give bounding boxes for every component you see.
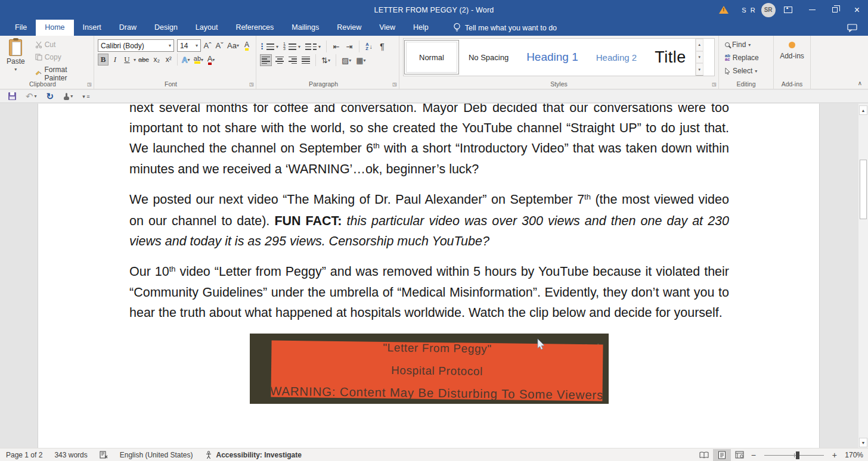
undo-button[interactable]: ↶▾: [22, 91, 41, 102]
vertical-scrollbar[interactable]: ▲ ▼: [858, 104, 868, 448]
bullets-button[interactable]: •••▾: [260, 41, 280, 52]
decrease-indent-button[interactable]: ⇤: [331, 41, 342, 52]
touch-mouse-mode-button[interactable]: ▾: [60, 93, 76, 100]
italic-button[interactable]: I: [110, 54, 120, 66]
shading-button[interactable]: ▨▾: [340, 54, 352, 66]
align-left-button[interactable]: [260, 54, 272, 66]
style-no-spacing[interactable]: No Spacing: [460, 40, 517, 74]
paragraph-dialog-launcher[interactable]: [391, 82, 397, 88]
styles-dialog-launcher[interactable]: [711, 82, 717, 88]
paragraph-2[interactable]: We posted our next video “The Making of …: [129, 190, 729, 251]
styles-scroll-down-button[interactable]: ▼: [696, 51, 703, 64]
find-button[interactable]: Find▾: [723, 39, 770, 50]
close-button[interactable]: ×: [846, 0, 868, 20]
customize-qat-button[interactable]: ▾ ≡: [79, 94, 93, 99]
paste-button[interactable]: Paste ▾: [4, 38, 28, 79]
change-case-button[interactable]: Aa▾: [226, 40, 240, 52]
zoom-slider-thumb[interactable]: [796, 451, 799, 459]
avatar[interactable]: SR: [761, 3, 776, 17]
justify-button[interactable]: [300, 54, 311, 66]
zoom-slider[interactable]: [764, 449, 824, 461]
styles-scroll-up-button[interactable]: ▲: [696, 39, 703, 51]
clipboard-dialog-launcher[interactable]: [86, 82, 92, 88]
separator: [315, 54, 316, 66]
subscript-button[interactable]: x₂: [151, 54, 162, 66]
scroll-down-button[interactable]: ▼: [859, 438, 867, 447]
page-indicator[interactable]: Page 1 of 2: [0, 451, 48, 459]
redo-button[interactable]: ↻: [43, 91, 58, 102]
bold-button[interactable]: B: [98, 54, 108, 66]
print-layout-button[interactable]: [713, 449, 731, 461]
scroll-up-button[interactable]: ▲: [859, 105, 867, 115]
replace-button[interactable]: abacReplace: [723, 52, 770, 63]
paragraph-3[interactable]: Our 10th video “Letter from Peggy” and w…: [129, 262, 729, 323]
tab-insert[interactable]: Insert: [74, 20, 110, 36]
borders-button[interactable]: ▦▾: [355, 54, 367, 66]
tab-help[interactable]: Help: [404, 20, 438, 36]
increase-indent-button[interactable]: ⇥: [344, 41, 355, 52]
accessibility-status[interactable]: Accessibility: Investigate: [199, 451, 308, 459]
minimize-button[interactable]: [801, 0, 824, 20]
tab-view[interactable]: View: [370, 20, 404, 36]
tab-draw[interactable]: Draw: [110, 20, 145, 36]
tab-file[interactable]: File: [6, 20, 36, 36]
align-right-button[interactable]: [287, 54, 298, 66]
font-dialog-launcher[interactable]: [248, 82, 254, 88]
style-title[interactable]: Title: [646, 40, 695, 74]
borders-icon: ▦: [356, 56, 363, 65]
tab-references[interactable]: References: [227, 20, 283, 36]
shrink-font-button[interactable]: Aˇ: [214, 40, 225, 52]
embedded-video-image[interactable]: － ◦ "Letter From Peggy" Hospital Protoco…: [250, 334, 609, 404]
add-ins-button[interactable]: Add-ins: [777, 38, 807, 60]
zoom-level[interactable]: 170%: [839, 451, 863, 459]
web-layout-button[interactable]: [731, 449, 749, 461]
tab-review[interactable]: Review: [328, 20, 370, 36]
zoom-in-button[interactable]: +: [830, 450, 839, 460]
font-color-button[interactable]: A▾: [206, 54, 216, 66]
cut-button[interactable]: Cut: [33, 39, 90, 50]
scrollbar-thumb[interactable]: [860, 160, 867, 219]
underline-button[interactable]: U: [122, 54, 132, 66]
numbering-button[interactable]: 123▾: [282, 41, 302, 52]
ribbon-display-options-button[interactable]: [776, 0, 801, 20]
collapse-ribbon-button[interactable]: ∧: [858, 80, 862, 86]
save-button[interactable]: [5, 92, 20, 100]
multilevel-list-button[interactable]: ▾: [304, 41, 322, 52]
replace-label: Replace: [733, 54, 759, 62]
tab-layout[interactable]: Layout: [187, 20, 227, 36]
language-indicator[interactable]: English (United States): [114, 451, 199, 459]
styles-more-button[interactable]: ▼: [696, 63, 703, 76]
style-normal[interactable]: Normal: [404, 40, 459, 74]
tab-mailings[interactable]: Mailings: [283, 20, 328, 36]
line-spacing-button[interactable]: ⇅▾: [320, 54, 331, 66]
align-left-icon: [262, 57, 270, 64]
font-name-combo[interactable]: Calibri (Body)▾: [98, 39, 174, 52]
tell-me-box[interactable]: Tell me what you want to do: [446, 20, 564, 36]
paragraph-1[interactable]: next several months for coffee and conve…: [129, 104, 729, 180]
comments-icon[interactable]: [847, 24, 857, 32]
read-mode-button[interactable]: [695, 449, 713, 461]
superscript-button[interactable]: x²: [163, 54, 174, 66]
clear-formatting-button[interactable]: A: [241, 40, 252, 52]
lightbulb-icon: [453, 23, 461, 33]
text-effects-button[interactable]: A▾: [181, 54, 191, 66]
tab-home[interactable]: Home: [36, 20, 73, 36]
strikethrough-button[interactable]: abc: [137, 54, 150, 66]
zoom-out-button[interactable]: −: [749, 450, 758, 460]
font-size-combo[interactable]: 14▾: [177, 39, 201, 52]
restore-button[interactable]: [824, 0, 846, 20]
select-button[interactable]: Select▾: [723, 66, 770, 76]
align-center-button[interactable]: [274, 54, 285, 66]
style-heading-1[interactable]: Heading 1: [518, 40, 587, 74]
warning-notification-icon[interactable]: [711, 0, 737, 20]
proofing-status[interactable]: [94, 451, 114, 459]
word-count[interactable]: 343 words: [48, 451, 93, 459]
copy-button[interactable]: Copy: [33, 52, 90, 63]
sort-button[interactable]: AZ↓: [364, 41, 374, 52]
tab-design[interactable]: Design: [145, 20, 187, 36]
highlight-color-button[interactable]: ab▾: [193, 54, 204, 66]
underline-dropdown[interactable]: ▾: [134, 57, 136, 63]
grow-font-button[interactable]: Aˆ: [202, 40, 213, 52]
show-paragraph-marks-button[interactable]: ¶: [377, 41, 388, 52]
style-heading-2[interactable]: Heading 2: [588, 40, 645, 74]
